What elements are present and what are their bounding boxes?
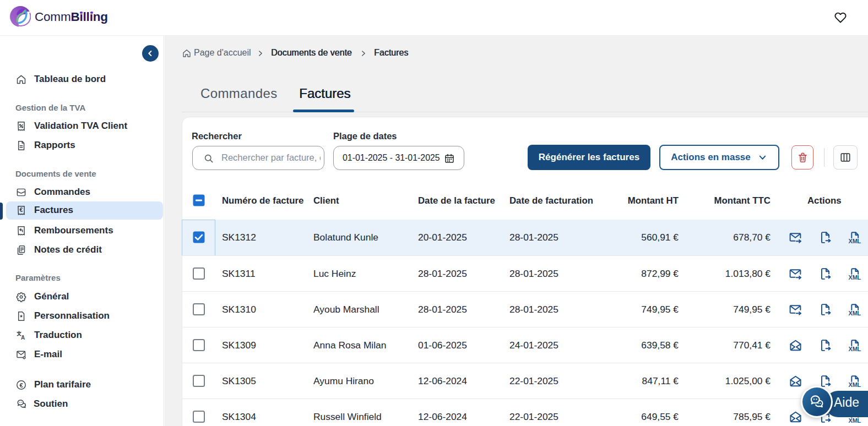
svg-text:A: A [21,334,25,340]
svg-text:€: € [20,206,23,213]
svg-text:€: € [20,381,24,388]
